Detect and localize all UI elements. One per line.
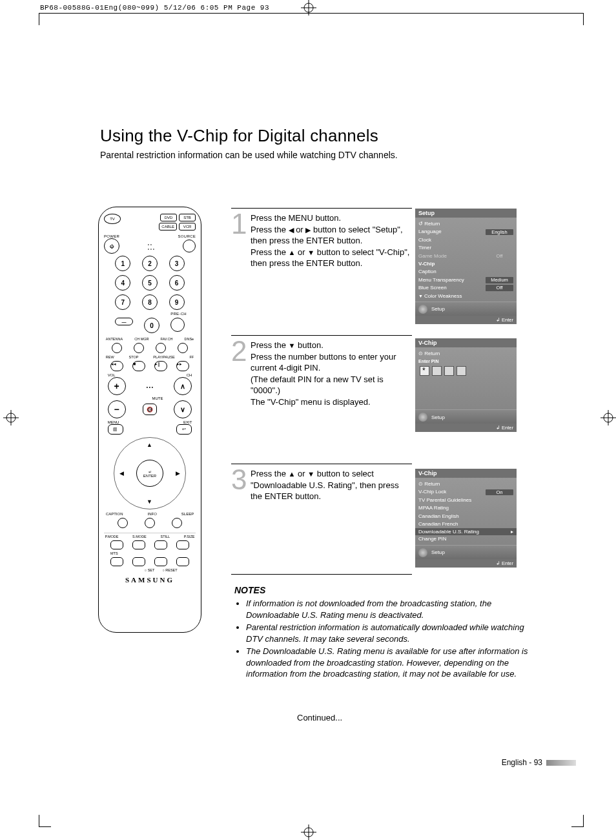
remote-num-7: 7	[115, 294, 130, 310]
note-item: If information is not downloaded from th…	[246, 598, 538, 620]
osd-timer: Timer	[418, 245, 431, 251]
remote-num-8: 8	[142, 294, 158, 310]
remote-stb-label: STB	[179, 214, 196, 221]
step-3-text: Press the ▲ or ▼ button to select "Downl…	[251, 468, 412, 502]
remote-color-button	[154, 557, 167, 566]
step-2-text: Press the ▼ button. Press the number but…	[251, 340, 412, 407]
remote-psize-label: P.SIZE	[184, 535, 195, 538]
osd-vchip-lock-value: On	[486, 489, 513, 496]
remote-playpause-label: PLAY/PAUSE	[153, 355, 174, 359]
registration-mark-left	[3, 410, 19, 425]
remote-num-1: 1	[115, 256, 130, 271]
osd-return: Return	[424, 351, 440, 356]
osd-language: Language	[418, 229, 442, 235]
osd-blue-screen-value: Off	[486, 285, 513, 291]
enter-icon: ↲	[496, 560, 502, 566]
remote-smode-button	[132, 540, 145, 549]
osd-vchip: V-Chip	[418, 261, 435, 267]
remote-sleep-label: SLEEP	[181, 512, 194, 516]
remote-cable-label: CABLE	[159, 223, 177, 230]
remote-info-button	[145, 518, 155, 528]
pin-entry-boxes	[420, 366, 513, 376]
remote-dpad: ▲ ▼ ◀ ▶ ↵ENTER	[114, 437, 186, 509]
osd-title: V-Chip	[415, 338, 517, 347]
step-3-number: 3	[231, 468, 251, 502]
remote-still-button	[154, 540, 167, 549]
pin-box	[457, 366, 466, 376]
remote-sleep-button	[172, 518, 182, 528]
osd-footer-label: Setup	[431, 415, 445, 420]
osd-vchip-menu-panel: V-Chip ⊙ Return V-Chip LockOn TV Parenta…	[415, 469, 517, 568]
up-triangle-icon: ▲	[289, 470, 296, 478]
gear-icon	[418, 548, 427, 557]
remote-rew-button: ◂◂	[110, 361, 123, 371]
registration-mark-bottom	[301, 825, 316, 840]
remote-menu-button: ▥	[108, 424, 123, 435]
pin-box	[420, 366, 429, 376]
crop-mark	[571, 815, 584, 827]
remote-exit-button: ↩	[176, 424, 192, 435]
osd-title: V-Chip	[415, 469, 517, 478]
osd-vchip-pin-panel: V-Chip ⊙ Return Enter PIN Setup ↲ Enter	[415, 338, 517, 432]
osd-enter: Enter	[502, 560, 513, 566]
osd-change-pin: Change PIN	[418, 536, 447, 542]
crop-mark	[39, 815, 51, 827]
osd-language-value: English	[486, 229, 513, 236]
remote-pmode-label: P.MODE	[105, 535, 118, 538]
osd-canadian-english: Canadian English	[418, 513, 459, 520]
remote-mts-label: MTS	[110, 551, 118, 555]
remote-vol-down: −	[108, 400, 126, 418]
remote-mts-button	[110, 557, 123, 566]
remote-dnse-button	[178, 343, 188, 353]
remote-brand: SAMSUNG	[125, 576, 174, 584]
gear-icon	[418, 305, 427, 314]
osd-blue-screen: Blue Screen	[418, 285, 447, 291]
osd-color-weakness: Color Weakness	[424, 293, 462, 300]
remote-vcr-label: VCR	[179, 223, 196, 230]
osd-return: Return	[424, 481, 440, 487]
remote-dnse-label: DNSe	[184, 337, 194, 341]
crop-mark	[39, 13, 51, 25]
remote-num-4: 4	[115, 275, 130, 291]
remote-num-0: 0	[144, 318, 159, 333]
down-triangle-icon: ▼	[307, 470, 314, 478]
remote-mute-button: 🔇	[143, 404, 157, 415]
remote-dash-button: —	[115, 318, 133, 325]
notes-title: NOTES	[234, 585, 538, 595]
remote-ff-label: FF	[189, 355, 194, 359]
osd-setup-panel: Setup ↺ Return LanguageEnglish Clock Tim…	[415, 209, 517, 324]
remote-prech-button	[170, 318, 185, 332]
osd-title: Setup	[415, 209, 517, 218]
registration-mark-right	[601, 410, 616, 425]
note-item: Parental restriction information is auto…	[246, 622, 538, 644]
left-arrow-icon: ◀	[119, 470, 124, 476]
page-subtitle: Parental restriction information can be …	[100, 150, 398, 160]
remote-ch-down: ∨	[174, 400, 192, 418]
step-1-number: 1	[231, 212, 251, 269]
osd-enter: Enter	[502, 317, 513, 323]
remote-num-3: 3	[169, 256, 185, 271]
remote-ff-button: ▸▸	[176, 361, 189, 371]
print-header-slug: BP68-00588G-01Eng(080~099) 5/12/06 6:05 …	[40, 4, 269, 12]
remote-source-button	[183, 240, 196, 252]
page-footer: English - 93	[502, 758, 576, 767]
remote-chmgr-button	[134, 343, 144, 353]
osd-vchip-lock: V-Chip Lock	[418, 489, 446, 495]
osd-canadian-french: Canadian French	[418, 521, 458, 528]
remote-prech-label: PRE-CH	[170, 312, 187, 316]
remote-pmode-button	[110, 540, 123, 549]
osd-enter: Enter	[502, 425, 513, 431]
step-2-number: 2	[231, 340, 251, 407]
pin-box	[432, 366, 442, 376]
steps-column: 1 Press the MENU button. Press the ◀ or …	[231, 208, 412, 575]
remote-antenna-label: ANTENNA	[106, 337, 123, 341]
crop-mark	[571, 13, 584, 25]
pin-box	[444, 366, 454, 376]
osd-clock: Clock	[418, 237, 431, 243]
gear-icon	[418, 413, 427, 422]
header-rule	[39, 13, 584, 14]
remote-ch-up: ∧	[174, 377, 192, 395]
remote-num-9: 9	[169, 294, 185, 310]
note-item: The Downloadable U.S. Rating menu is ava…	[246, 646, 538, 680]
remote-still-label: STILL	[160, 535, 170, 538]
